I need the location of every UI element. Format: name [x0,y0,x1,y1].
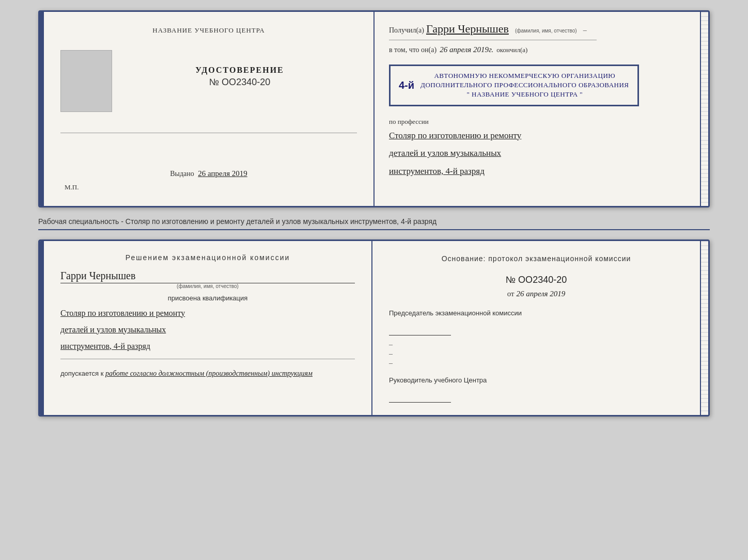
rukovoditel-block: Руководитель учебного Центра [389,376,683,403]
resheniem-title: Решением экзаменационной комиссии [60,253,355,262]
dopuskaetsya-prefix: допускается к [60,370,103,377]
recipient-name: Гарри Чернышев [426,22,509,36]
predsedatel-sig-line [389,325,451,335]
photo-placeholder [60,50,112,112]
stamp-line1: АВТОНОМНУЮ НЕКОММЕРЧЕСКУЮ ОРГАНИЗАЦИЮ [420,71,629,81]
stamp-line3: " НАЗВАНИЕ УЧЕБНОГО ЦЕНТРА " [420,90,629,99]
udost-label: УДОСТОВЕРЕНИЕ [122,66,357,75]
center-title: НАЗВАНИЕ УЧЕБНОГО ЦЕНТРА [152,26,264,35]
dash-2: – [389,349,683,358]
qual-line3: инструментов, 4-й разряд [60,338,355,355]
osnovanie: Основание: протокол экзаменационной коми… [389,253,683,264]
right-edge-decoration [700,12,708,206]
vtom-date: 26 апреля 2019г. [440,45,493,54]
po-professii: по профессии [389,118,685,126]
qual-line1: Столяр по изготовлению и ремонту [60,305,355,322]
profession-line1: Столяр по изготовлению и ремонту [389,128,685,144]
okonchil: окончил(а) [496,46,527,54]
predsedatel-title: Председатель экзаменационной комиссии [389,309,683,318]
bottom-fio-label: (фамилия, имя, отчество) [60,283,355,289]
caption: Рабочая специальность - Столяр по изгото… [38,217,710,230]
rukovoditel-title: Руководитель учебного Центра [389,376,683,385]
bottom-left-page: Решением экзаменационной комиссии Гарри … [44,241,372,415]
dash-3: – [389,358,683,367]
bottom-document: Решением экзаменационной комиссии Гарри … [38,239,710,417]
name-block: Гарри Чернышев (фамилия, имя, отчество) [60,270,355,289]
vtom-line: в том, что он(а) 26 апреля 2019г. окончи… [389,45,685,54]
ot-date-line: от 26 апреля 2019 [389,290,683,298]
dopuskaetsya-line: допускается к работе согласно должностны… [60,370,355,378]
prisvoena: присвоена квалификация [60,294,355,302]
stamp-number: 4-й [399,79,414,91]
vydano-date: 26 апреля 2019 [198,169,247,178]
bottom-right-page: Основание: протокол экзаменационной коми… [372,241,700,415]
udost-number: № OO2340-20 [122,77,357,88]
ot-date: 26 апреля 2019 [516,290,565,298]
rukovoditel-sig-line [389,392,451,403]
dash-1: – [389,340,683,349]
top-left-page: НАЗВАНИЕ УЧЕБНОГО ЦЕНТРА УДОСТОВЕРЕНИЕ №… [44,12,375,206]
vydano-label: Выдано [170,170,194,178]
spine-left-bottom [40,241,44,415]
dopuskaetsya-text: работе согласно должностным (производств… [105,370,313,377]
protocol-number: № OO2340-20 [389,275,683,285]
predsedatel-block: Председатель экзаменационной комиссии [389,309,683,335]
poluchil-prefix: Получил(а) [389,26,424,35]
profession-line3: инструментов, 4-й разряд [389,164,685,180]
top-document: НАЗВАНИЕ УЧЕБНОГО ЦЕНТРА УДОСТОВЕРЕНИЕ №… [38,10,710,207]
stamp-line2: ДОПОЛНИТЕЛЬНОГО ПРОФЕССИОНАЛЬНОГО ОБРАЗО… [420,81,629,90]
stamp-block: 4-й АВТОНОМНУЮ НЕКОММЕРЧЕСКУЮ ОРГАНИЗАЦИ… [389,65,639,106]
right-edge-decoration-bottom [700,241,708,415]
vtom-prefix: в том, что он(а) [389,46,437,54]
top-right-page: Получил(а) Гарри Чернышев (фамилия, имя,… [375,12,700,206]
fio-label-top: (фамилия, имя, отчество) [515,28,577,34]
spine-left [40,12,44,206]
mp-label: М.П. [65,183,79,191]
ot-prefix: от [507,290,515,298]
profession-line2: деталей и узлов музыкальных [389,146,685,162]
poluchil-line: Получил(а) Гарри Чернышев (фамилия, имя,… [389,22,685,36]
vydano-line: Выдано 26 апреля 2019 [170,169,247,178]
qual-line2: деталей и узлов музыкальных [60,322,355,338]
bottom-name: Гарри Чернышев [60,270,355,283]
